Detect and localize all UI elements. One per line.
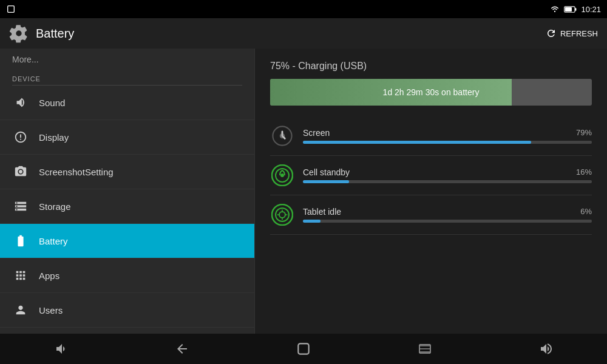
volume-up-button[interactable] xyxy=(531,337,561,361)
cell-progress-fill xyxy=(303,180,349,183)
main-layout: More... DEVICE Sound Display xyxy=(0,49,607,334)
settings-icon xyxy=(9,24,29,43)
status-bar: 10:21 xyxy=(0,0,607,18)
wifi-icon xyxy=(549,5,560,13)
back-button[interactable] xyxy=(167,337,197,361)
battery-bar: 1d 2h 29m 30s on battery xyxy=(270,79,592,106)
svg-point-1 xyxy=(554,11,555,12)
usage-item-screen[interactable]: Screen 79% xyxy=(270,116,592,156)
refresh-icon xyxy=(546,28,557,39)
status-left xyxy=(6,4,16,14)
svg-rect-0 xyxy=(8,6,15,13)
tablet-progress-fill xyxy=(303,220,320,223)
usage-item-cell[interactable]: Cell standby 16% xyxy=(270,156,592,195)
svg-rect-3 xyxy=(575,8,577,11)
recents-button[interactable] xyxy=(410,337,440,361)
storage-icon xyxy=(12,198,29,215)
screen-usage-icon xyxy=(270,124,294,148)
personal-section-header: PERSONAL xyxy=(0,328,254,334)
battery-charge-status: 75% - Charging (USB) xyxy=(270,61,592,72)
notification-icon xyxy=(6,4,16,14)
svg-point-5 xyxy=(19,170,22,174)
svg-rect-14 xyxy=(298,343,308,354)
sidebar-label-storage: Storage xyxy=(39,201,71,212)
sidebar-label-screenshot: ScreenshotSetting xyxy=(39,167,114,177)
battery-duration: 1d 2h 29m 30s on battery xyxy=(383,87,480,97)
screen-usage-name: Screen xyxy=(303,128,330,138)
device-section-header: DEVICE xyxy=(0,70,254,85)
sidebar-label-users: Users xyxy=(39,305,63,315)
clock: 10:21 xyxy=(581,5,601,14)
home-button[interactable] xyxy=(288,337,319,361)
screenshot-icon xyxy=(12,163,29,180)
usage-item-tablet[interactable]: Tablet idle 6% xyxy=(270,195,592,235)
display-icon xyxy=(12,129,29,146)
tablet-usage-name: Tablet idle xyxy=(303,207,341,217)
status-right: 10:21 xyxy=(549,5,601,14)
sidebar-item-storage[interactable]: Storage xyxy=(0,189,254,224)
content-area: 75% - Charging (USB) 1d 2h 29m 30s on ba… xyxy=(255,49,607,334)
sidebar-item-screenshot[interactable]: ScreenshotSetting xyxy=(0,155,254,189)
tablet-usage-percent: 6% xyxy=(580,207,592,217)
sidebar-item-apps[interactable]: Apps xyxy=(0,258,254,293)
sidebar: More... DEVICE Sound Display xyxy=(0,49,255,334)
sidebar-item-sound[interactable]: Sound xyxy=(0,86,254,120)
cell-usage-percent: 16% xyxy=(576,167,592,177)
sidebar-label-battery: Battery xyxy=(39,236,68,246)
cell-usage-name: Cell standby xyxy=(303,167,350,177)
more-item[interactable]: More... xyxy=(0,49,254,70)
svg-point-13 xyxy=(279,212,285,218)
screen-usage-percent: 79% xyxy=(576,128,592,138)
screen-progress-bg xyxy=(303,141,592,144)
sidebar-label-apps: Apps xyxy=(39,271,59,281)
sidebar-label-sound: Sound xyxy=(39,98,65,108)
toolbar-title: Battery xyxy=(36,27,546,41)
sidebar-item-display[interactable]: Display xyxy=(0,120,254,155)
toolbar: Battery REFRESH xyxy=(0,18,607,49)
battery-icon xyxy=(12,232,29,249)
refresh-button[interactable]: REFRESH xyxy=(546,28,598,39)
nav-bar xyxy=(0,334,607,364)
cell-usage-details: Cell standby 16% xyxy=(303,167,592,183)
svg-point-7 xyxy=(280,133,285,139)
sidebar-item-battery[interactable]: Battery xyxy=(0,224,254,258)
refresh-label: REFRESH xyxy=(560,29,598,38)
svg-rect-4 xyxy=(565,7,572,11)
screen-usage-details: Screen 79% xyxy=(303,128,592,144)
cell-progress-bg xyxy=(303,180,592,183)
tablet-usage-details: Tablet idle 6% xyxy=(303,207,592,223)
sidebar-label-display: Display xyxy=(39,132,69,143)
volume-down-button[interactable] xyxy=(46,337,76,361)
cell-usage-icon xyxy=(270,163,294,187)
sidebar-item-users[interactable]: Users xyxy=(0,293,254,328)
tablet-usage-icon xyxy=(270,203,294,227)
tablet-progress-bg xyxy=(303,220,592,223)
battery-status-icon xyxy=(564,5,577,13)
apps-icon xyxy=(12,267,29,284)
users-icon xyxy=(12,302,29,318)
sound-icon xyxy=(12,94,29,111)
screen-progress-fill xyxy=(303,141,531,144)
svg-point-10 xyxy=(280,174,284,177)
